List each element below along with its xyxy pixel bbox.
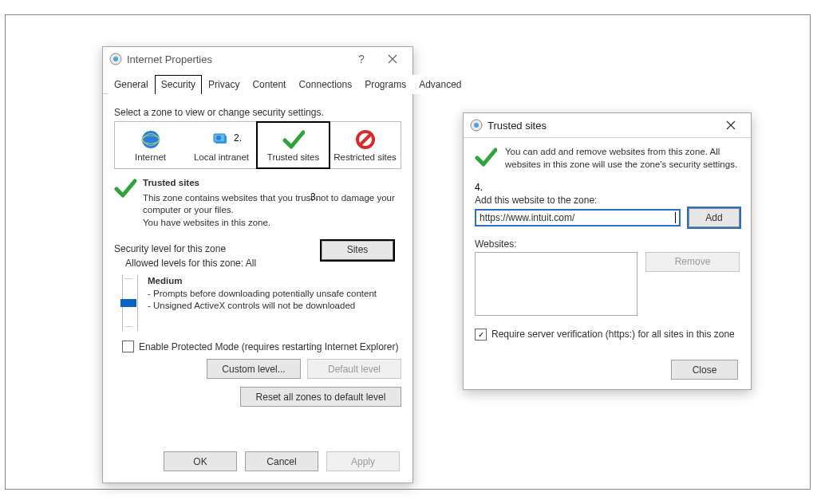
svg-point-1 bbox=[113, 57, 118, 61]
dialog-footer: OK Cancel Apply bbox=[164, 451, 400, 471]
zone-label: Local intranet bbox=[194, 152, 249, 162]
dialog-title: Trusted sites bbox=[487, 120, 717, 132]
zone-label: Trusted sites bbox=[267, 152, 319, 162]
text-caret bbox=[675, 212, 676, 223]
tab-connections[interactable]: Connections bbox=[292, 75, 358, 94]
intranet-icon bbox=[210, 129, 234, 150]
trusted-sites-description: Trusted sites This zone contains website… bbox=[114, 177, 401, 229]
level-detail-2: - Unsigned ActiveX controls will not be … bbox=[148, 301, 355, 310]
svg-point-6 bbox=[216, 136, 221, 140]
globe-icon bbox=[139, 129, 163, 150]
reset-row: Reset all zones to default level bbox=[114, 387, 401, 407]
cancel-button[interactable]: Cancel bbox=[245, 451, 318, 471]
remove-button: Remove bbox=[645, 252, 740, 272]
restricted-icon bbox=[353, 129, 377, 150]
protected-mode-row[interactable]: Enable Protected Mode (requires restarti… bbox=[122, 341, 401, 352]
intro-text: You can add and remove websites from thi… bbox=[505, 146, 740, 172]
titlebar[interactable]: Trusted sites bbox=[464, 113, 751, 138]
select-zone-label: Select a zone to view or change security… bbox=[114, 107, 401, 118]
zone-restricted-sites[interactable]: Restricted sites bbox=[330, 122, 401, 168]
zone-trusted-sites[interactable]: Trusted sites bbox=[256, 121, 330, 169]
slider-thumb[interactable] bbox=[120, 299, 136, 307]
check-icon bbox=[114, 177, 136, 229]
tab-strip: General Security Privacy Content Connect… bbox=[103, 74, 412, 94]
url-value: https://www.intuit.com/ bbox=[480, 212, 674, 223]
protected-mode-label: Enable Protected Mode (requires restarti… bbox=[139, 341, 399, 352]
tab-general[interactable]: General bbox=[108, 75, 155, 94]
check-icon bbox=[282, 129, 306, 150]
close-button[interactable]: Close bbox=[671, 360, 738, 380]
internet-properties-dialog: Internet Properties ? 1. General Securit… bbox=[102, 46, 413, 483]
security-level-slider[interactable] bbox=[122, 275, 138, 331]
protected-mode-checkbox[interactable] bbox=[122, 341, 134, 352]
sites-button[interactable]: Sites bbox=[322, 241, 393, 260]
annotation-2: 2. bbox=[234, 132, 242, 144]
svg-line-8 bbox=[359, 133, 372, 146]
annotation-4: 4. bbox=[475, 182, 740, 193]
annotation-3: 3. bbox=[310, 191, 318, 203]
trusted-desc-line1: This zone contains websites that you tru… bbox=[143, 192, 401, 217]
zone-local-intranet[interactable]: Local intranet bbox=[186, 122, 257, 168]
tab-programs[interactable]: Programs bbox=[358, 75, 412, 94]
level-name: Medium bbox=[148, 276, 182, 285]
custom-level-button[interactable]: Custom level... bbox=[207, 359, 301, 379]
help-button[interactable]: ? bbox=[352, 50, 371, 68]
zone-list: Internet Local intranet Trusted sites Re… bbox=[114, 121, 401, 169]
apply-button: Apply bbox=[326, 451, 400, 471]
level-buttons: Custom level... Default level bbox=[114, 359, 401, 379]
zone-label: Internet bbox=[135, 152, 166, 162]
ok-button[interactable]: OK bbox=[164, 451, 237, 471]
websites-listbox[interactable] bbox=[475, 252, 637, 316]
close-icon[interactable] bbox=[717, 116, 744, 134]
https-checkbox[interactable]: ✓ bbox=[475, 329, 487, 341]
add-website-label: Add this website to the zone: bbox=[475, 195, 740, 206]
dialog-title: Internet Properties bbox=[127, 53, 352, 65]
tab-security[interactable]: Security bbox=[155, 75, 202, 94]
tab-content[interactable]: Content bbox=[246, 75, 292, 94]
svg-point-10 bbox=[474, 123, 479, 128]
security-level-block: Medium - Prompts before downloading pote… bbox=[122, 275, 401, 331]
internet-options-icon bbox=[109, 53, 122, 65]
level-detail-1: - Prompts before downloading potentially… bbox=[148, 289, 377, 298]
zone-internet[interactable]: Internet bbox=[115, 122, 186, 168]
add-website-input[interactable]: https://www.intuit.com/ bbox=[475, 209, 681, 226]
trusted-desc-line2: You have websites in this zone. bbox=[143, 217, 401, 230]
zone-label: Restricted sites bbox=[334, 152, 397, 162]
check-icon bbox=[475, 146, 497, 172]
titlebar[interactable]: Internet Properties ? bbox=[103, 47, 412, 71]
internet-options-icon bbox=[470, 119, 483, 132]
reset-all-zones-button[interactable]: Reset all zones to default level bbox=[240, 387, 401, 407]
add-button[interactable]: Add bbox=[689, 208, 740, 227]
trusted-sites-intro: You can add and remove websites from thi… bbox=[475, 146, 740, 172]
https-label: Require server verification (https:) for… bbox=[491, 329, 735, 340]
tab-privacy[interactable]: Privacy bbox=[202, 75, 246, 94]
https-requirement-row[interactable]: ✓ Require server verification (https:) f… bbox=[475, 329, 740, 341]
trusted-sites-dialog: Trusted sites You can add and remove web… bbox=[463, 112, 752, 390]
close-icon[interactable] bbox=[379, 50, 406, 68]
trusted-title: Trusted sites bbox=[143, 177, 401, 190]
tab-advanced[interactable]: Advanced bbox=[412, 75, 468, 94]
websites-label: Websites: bbox=[475, 238, 740, 250]
default-level-button: Default level bbox=[307, 359, 401, 379]
